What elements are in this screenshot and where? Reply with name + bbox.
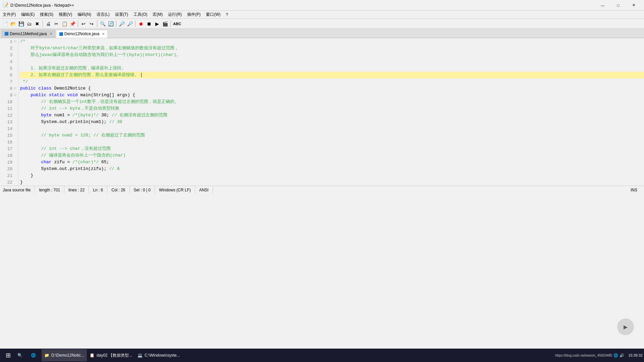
toolbar-zoom-out[interactable]: 🔎 (126, 20, 133, 27)
tray-url: https://blog.csdn.net/weixin_45693485 (555, 354, 612, 357)
tab-demo11-label: Demo11Method.java (10, 32, 47, 36)
line-number-6: 6 (4, 73, 12, 78)
toolbar-cut[interactable]: ✂ (53, 20, 60, 27)
toolbar-new[interactable]: 📄 (1, 20, 9, 27)
taskbar-cmd[interactable]: 💻 C:\Windows\syste... (135, 349, 182, 361)
gutter-line-21: 21 (0, 172, 18, 179)
gutter-line-3: 3 (0, 52, 18, 58)
tab-demo11-icon: 🟦 (4, 32, 8, 36)
menu-encoding[interactable]: 编码(N) (75, 11, 94, 18)
menu-run[interactable]: 运行(R) (165, 11, 184, 18)
toolbar-save[interactable]: 💾 (17, 20, 25, 27)
toolbar-paste[interactable]: 📌 (69, 20, 76, 27)
chrome-icon: 🌐 (31, 353, 36, 358)
toolbar-print[interactable]: 🖨 (45, 20, 52, 27)
code-token: 1. 如果没有超过左侧的范围，编译器补上强转。 (20, 66, 126, 71)
code-content[interactable]: /* 对于byte/short/char三种类型来说，如果右侧赋值的数值没有超过… (19, 38, 644, 186)
code-line-2: 对于byte/short/char三种类型来说，如果右侧赋值的数值没有超过范围， (20, 45, 644, 52)
maximize-button[interactable]: □ (610, 0, 626, 11)
toolbar-redo[interactable]: ↪ (88, 20, 95, 27)
code-line-16 (20, 139, 644, 145)
toolbar-save-all[interactable]: 🗂 (25, 20, 33, 27)
tab-demo11-close[interactable]: ✕ (50, 32, 52, 36)
toolbar-sep2 (78, 20, 78, 27)
menu-search[interactable]: 搜索(S) (37, 11, 56, 18)
menu-language[interactable]: 语言(L) (94, 11, 112, 18)
close-button[interactable]: ✕ (626, 0, 641, 11)
toolbar-wrap[interactable]: ABC (172, 20, 182, 27)
toolbar-macro-save[interactable]: 🎬 (161, 20, 169, 27)
gutter-line-10: 10 (0, 99, 18, 105)
taskbar-right: https://blog.csdn.net/weixin_45693485 🌐 … (555, 353, 643, 358)
tab-demo12[interactable]: 🟦 Demo12Notice.java ✕ (56, 30, 108, 38)
code-token: // byte num2 = 128; // 右侧超过了左侧的范围 (20, 133, 145, 138)
gutter-line-13: 13 (0, 119, 18, 125)
toolbar-find[interactable]: 🔍 (99, 20, 106, 27)
toolbar-sep1 (43, 20, 43, 27)
gutter-line-11: 11 (0, 105, 18, 112)
code-line-21: } (20, 172, 644, 179)
toolbar-sep3 (97, 20, 97, 27)
tab-demo11[interactable]: 🟦 Demo11Method.java ✕ (1, 29, 55, 38)
toolbar-sep6 (170, 20, 171, 27)
taskbar-day02[interactable]: 📋 day02 【数据类型... (87, 349, 135, 361)
line-number-19: 19 (4, 160, 12, 165)
code-line-13: System.out.println(num1); // 30 (20, 119, 644, 125)
gutter-line-7: 7 (0, 78, 18, 85)
menu-macro[interactable]: 宏(M) (150, 11, 165, 18)
code-token: /* (20, 39, 25, 44)
code-line-9: public static void main(String[] args) { (20, 92, 644, 99)
taskbar-search[interactable]: 🔍 (15, 349, 28, 361)
taskbar-notepad[interactable]: 📁 D:\Demo12Notic... (42, 349, 87, 361)
line-number-3: 3 (4, 53, 12, 58)
title-bar: 📝 D:\Demo12Notice.java - Notepad++ — □ ✕ (0, 0, 644, 11)
line-number-gutter: 1□2345678□9□10111213141516171819202122 (0, 38, 19, 186)
menu-view[interactable]: 视图(V) (56, 11, 75, 18)
toolbar-undo[interactable]: ↩ (80, 20, 87, 27)
toolbar-sep4 (116, 20, 116, 27)
title-text: D:\Demo12Notice.java - Notepad++ (10, 3, 595, 8)
tab-demo12-close[interactable]: ✕ (102, 32, 105, 36)
status-ln: Ln : 6 (89, 186, 107, 194)
fold-marker-8[interactable]: □ (13, 87, 17, 90)
toolbar-zoom-in[interactable]: 🔎 (118, 20, 125, 27)
line-number-16: 16 (4, 140, 12, 145)
toolbar-macro-play[interactable]: ▶ (153, 20, 161, 27)
code-token: class (39, 86, 54, 91)
toolbar-open[interactable]: 📂 (9, 20, 17, 27)
play-overlay-button[interactable]: ▶ (617, 318, 634, 335)
menu-tools[interactable]: 工具(O) (131, 11, 150, 18)
line-number-1: 1 (4, 39, 12, 44)
toolbar-macro-record[interactable]: ⏺ (137, 20, 145, 27)
toolbar-copy[interactable]: 📋 (61, 20, 68, 27)
code-line-22: } (20, 179, 644, 186)
fold-marker-9[interactable]: □ (13, 94, 17, 97)
menu-plugins[interactable]: 插件(P) (184, 11, 203, 18)
taskbar-day02-label: day02 【数据类型... (97, 353, 132, 358)
code-token: System.out.println(zifu); (20, 166, 109, 171)
code-token: /*(char)*/ (72, 160, 99, 165)
code-token: public (31, 93, 49, 98)
minimize-button[interactable]: — (595, 0, 610, 11)
menu-file[interactable]: 文件(F) (0, 11, 18, 18)
line-number-14: 14 (4, 126, 12, 131)
menu-help[interactable]: ? (223, 11, 231, 18)
code-token: zifu = (52, 160, 72, 165)
code-line-18: // 编译器将会自动补上一个隐含的(char) (20, 152, 644, 159)
menu-settings[interactable]: 设置(T) (112, 11, 131, 18)
menu-window[interactable]: 窗口(W) (203, 11, 223, 18)
code-token: 那么javac编译器将会自动隐含地为我们补上一个(byte)(short)(ch… (20, 52, 180, 57)
fold-marker-1[interactable]: □ (13, 40, 17, 43)
line-number-9: 9 (4, 93, 12, 98)
taskbar-start-button[interactable]: ⊞ (1, 349, 15, 361)
text-cursor (141, 73, 142, 77)
toolbar-close[interactable]: ✖ (34, 20, 41, 27)
code-editor: 1□2345678□9□10111213141516171819202122 /… (0, 38, 644, 186)
status-ins: INS (627, 186, 641, 194)
menu-edit[interactable]: 编辑(E) (18, 11, 37, 18)
search-icon: 🔍 (17, 353, 22, 358)
taskbar-chrome[interactable]: 🌐 (28, 349, 42, 361)
gutter-line-17: 17 (0, 145, 18, 152)
toolbar-macro-stop[interactable]: ⏹ (145, 20, 153, 27)
toolbar-replace[interactable]: 🔄 (107, 20, 114, 27)
